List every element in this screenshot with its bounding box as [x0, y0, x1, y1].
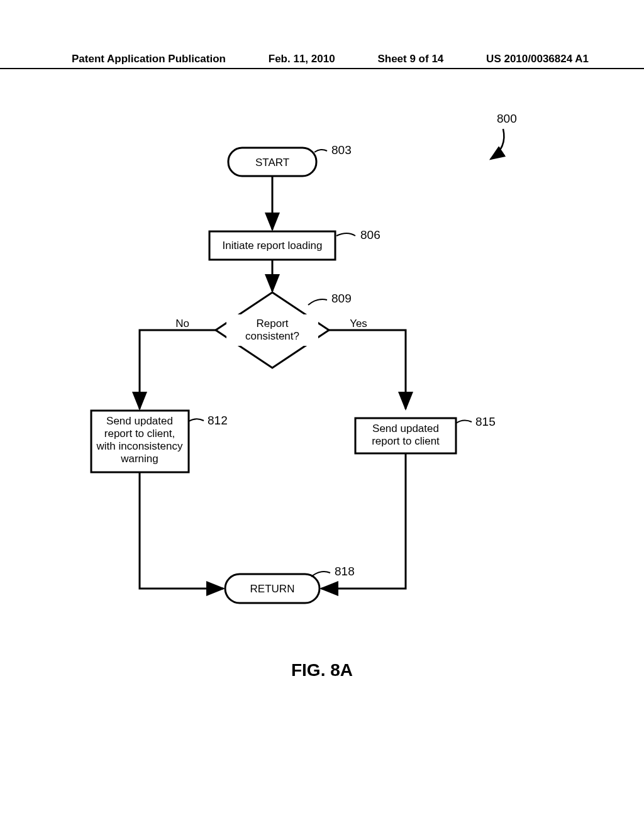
svg-text:RETURN: RETURN: [250, 583, 295, 595]
ref-initiate: 806: [360, 228, 380, 241]
decision-text-line2: consistent?: [245, 330, 299, 342]
flowchart-diagram: 800 START 803 Initiate report loading 80…: [0, 110, 644, 676]
ref-no-branch-connector: [189, 419, 204, 421]
publication-date: Feb. 11, 2010: [269, 53, 335, 65]
svg-text:Initiate report loading: Initiate report loading: [223, 240, 323, 252]
svg-text:report to client,: report to client,: [104, 428, 175, 440]
ref-overall-arrow: [491, 129, 504, 159]
node-return: RETURN: [225, 574, 319, 603]
ref-return: 818: [335, 565, 355, 578]
ref-no-branch: 812: [208, 414, 228, 427]
node-no-branch: Send updated report to client, with inco…: [91, 411, 189, 472]
publication-number: US 2010/0036824 A1: [486, 53, 589, 65]
ref-decision-connector: [308, 299, 327, 305]
svg-text:Send updated: Send updated: [372, 423, 439, 434]
ref-yes-branch: 815: [475, 415, 496, 428]
svg-text:with inconsistency: with inconsistency: [96, 440, 183, 452]
edge-no-to-return: [140, 472, 223, 589]
ref-start: 803: [331, 143, 352, 157]
label-no: No: [175, 318, 189, 329]
sheet-number: Sheet 9 of 14: [377, 53, 443, 65]
page-header: Patent Application Publication Feb. 11, …: [0, 53, 644, 69]
ref-return-connector: [311, 572, 330, 577]
decision-text-line1: Report: [256, 318, 288, 329]
svg-text:warning: warning: [120, 453, 158, 465]
publication-type: Patent Application Publication: [72, 53, 226, 65]
figure-caption: FIG. 8A: [0, 660, 644, 680]
ref-yes-branch-connector: [456, 420, 472, 423]
edge-decision-yes: [329, 330, 406, 409]
edge-decision-no: [140, 330, 216, 409]
svg-text:Send updated: Send updated: [106, 415, 173, 427]
node-start: START: [228, 148, 316, 176]
svg-text:report to client: report to client: [372, 435, 440, 447]
ref-decision: 809: [331, 292, 352, 305]
ref-start-connector: [314, 150, 327, 152]
node-initiate: Initiate report loading: [209, 231, 335, 260]
node-yes-branch: Send updated report to client: [355, 418, 456, 453]
svg-text:START: START: [255, 157, 289, 169]
label-yes: Yes: [350, 318, 367, 329]
ref-initiate-connector: [336, 233, 355, 236]
ref-overall: 800: [497, 112, 517, 125]
